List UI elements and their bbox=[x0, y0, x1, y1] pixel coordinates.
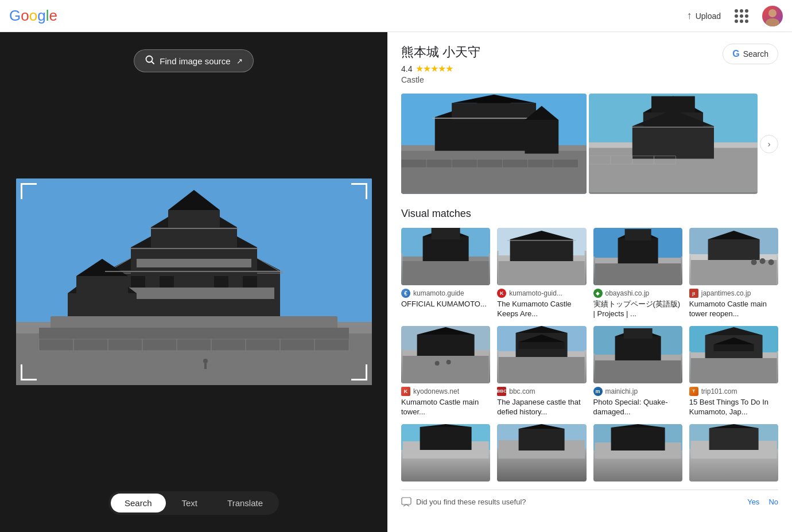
match-title-2: The Kumamoto Castle Keeps Are... bbox=[497, 300, 586, 319]
match-card-7[interactable]: m mainichi.jp Photo Special: Quake-damag… bbox=[593, 326, 682, 417]
match-image-4 bbox=[689, 228, 778, 285]
match-image-8 bbox=[689, 326, 778, 383]
svg-rect-37 bbox=[160, 276, 174, 288]
crop-bracket-tr bbox=[351, 183, 367, 199]
site-favicon-7: m bbox=[593, 387, 603, 396]
feedback-text: Did you find these results useful? bbox=[401, 497, 526, 507]
svg-point-1 bbox=[766, 18, 779, 26]
svg-point-0 bbox=[768, 9, 777, 17]
svg-line-3 bbox=[152, 61, 154, 64]
match-image-5 bbox=[401, 326, 490, 383]
tab-search[interactable]: Search bbox=[111, 494, 166, 512]
match-image-7 bbox=[593, 326, 682, 383]
svg-rect-16 bbox=[114, 288, 274, 299]
svg-rect-53 bbox=[477, 159, 502, 168]
svg-rect-76 bbox=[432, 228, 460, 239]
match-title-6: The Japanese castle that defied history.… bbox=[497, 398, 586, 417]
google-logo: Google bbox=[9, 7, 57, 25]
svg-rect-49 bbox=[401, 151, 587, 193]
svg-rect-136 bbox=[611, 428, 665, 451]
header-actions: ↑ Upload bbox=[687, 5, 783, 28]
match-card-10[interactable] bbox=[497, 424, 586, 485]
site-favicon-2: K bbox=[497, 289, 506, 298]
site-favicon-4: jt bbox=[689, 289, 698, 298]
site-favicon-5: K bbox=[401, 387, 410, 396]
right-panel: 熊本城 小天守 4.4 ★★★★★ Castle G Search bbox=[387, 32, 792, 532]
search-google-button[interactable]: G Search bbox=[723, 44, 778, 64]
match-card-3[interactable]: ◆ obayashi.co.jp 実績トップページ(英語版) | Project… bbox=[593, 228, 682, 319]
tab-text[interactable]: Text bbox=[168, 494, 212, 512]
place-name: 熊本城 小天守 bbox=[401, 44, 480, 61]
match-card-4[interactable]: jt japantimes.co.jp Kumamoto Castle main… bbox=[689, 228, 778, 319]
match-image-10 bbox=[497, 424, 586, 481]
feedback-no-button[interactable]: No bbox=[768, 498, 778, 506]
site-name-3: obayashi.co.jp bbox=[605, 289, 650, 297]
svg-rect-14 bbox=[168, 210, 220, 230]
grid-icon bbox=[735, 9, 748, 23]
match-image-6 bbox=[497, 326, 586, 383]
avatar[interactable] bbox=[762, 6, 783, 26]
svg-rect-142 bbox=[402, 498, 411, 504]
site-name-5: kyodonews.net bbox=[413, 387, 459, 395]
match-card-1[interactable]: € kumamoto.guide OFFICIAL KUMAMOTO... bbox=[401, 228, 490, 319]
match-card-5[interactable]: K kyodonews.net Kumamoto Castle main tow… bbox=[401, 326, 490, 417]
find-image-source-button[interactable]: Find image source ↗ bbox=[134, 49, 253, 72]
feedback-yes-button[interactable]: Yes bbox=[747, 498, 759, 506]
match-card-2[interactable]: K kumamoto-guid... The Kumamoto Castle K… bbox=[497, 228, 586, 319]
svg-rect-50 bbox=[401, 159, 426, 168]
place-image-2[interactable] bbox=[589, 94, 758, 194]
rating-number: 4.4 bbox=[401, 64, 412, 73]
place-image-1[interactable] bbox=[401, 94, 587, 194]
site-favicon-6: BBC bbox=[497, 387, 506, 396]
site-row-4: jt japantimes.co.jp bbox=[689, 289, 778, 298]
match-image-11 bbox=[593, 424, 682, 481]
site-name-4: japantimes.co.jp bbox=[701, 289, 751, 297]
site-row-8: T trip101.com bbox=[689, 387, 778, 396]
svg-rect-83 bbox=[499, 261, 585, 285]
visual-matches-title: Visual matches bbox=[401, 208, 778, 220]
match-card-8[interactable]: T trip101.com 15 Best Things To Do In Ku… bbox=[689, 326, 778, 417]
feedback-actions: Yes No bbox=[747, 498, 778, 506]
svg-rect-118 bbox=[595, 360, 681, 383]
site-favicon-1: € bbox=[401, 289, 410, 298]
match-card-9[interactable] bbox=[401, 424, 490, 485]
match-card-11[interactable] bbox=[593, 424, 682, 485]
external-link-icon: ↗ bbox=[236, 57, 243, 65]
image-scroll-right[interactable]: › bbox=[760, 94, 778, 194]
svg-rect-65 bbox=[632, 126, 714, 159]
match-card-12[interactable] bbox=[689, 424, 778, 485]
svg-rect-55 bbox=[527, 159, 553, 168]
match-title-1: OFFICIAL KUMAMOTO... bbox=[401, 300, 490, 309]
svg-rect-52 bbox=[452, 159, 477, 168]
match-title-3: 実績トップページ(英語版) | Projects | ... bbox=[593, 300, 682, 319]
svg-rect-103 bbox=[403, 356, 489, 383]
svg-point-98 bbox=[768, 259, 774, 265]
upload-button[interactable]: ↑ Upload bbox=[687, 10, 721, 22]
grid-apps-button[interactable] bbox=[730, 5, 753, 28]
match-title-8: 15 Best Things To Do In Kumamoto, Jap... bbox=[689, 398, 778, 417]
svg-point-97 bbox=[759, 258, 765, 264]
svg-rect-41 bbox=[204, 363, 207, 369]
match-card-6[interactable]: BBC bbc.com The Japanese castle that def… bbox=[497, 326, 586, 417]
svg-rect-57 bbox=[525, 120, 558, 154]
svg-rect-36 bbox=[131, 276, 145, 288]
site-name-8: trip101.com bbox=[701, 387, 737, 395]
site-row-2: K kumamoto-guid... bbox=[497, 289, 586, 298]
google-g-icon: G bbox=[732, 49, 739, 59]
header: Google ↑ Upload bbox=[0, 0, 792, 32]
svg-rect-90 bbox=[595, 263, 681, 285]
svg-rect-123 bbox=[690, 358, 777, 383]
feedback-icon bbox=[401, 497, 411, 507]
site-row-6: BBC bbc.com bbox=[497, 387, 586, 396]
place-type: Castle bbox=[401, 75, 480, 84]
site-name-7: mainichi.jp bbox=[605, 387, 638, 395]
svg-rect-12 bbox=[151, 227, 237, 253]
uploaded-image-container bbox=[16, 84, 372, 480]
match-image-3 bbox=[593, 228, 682, 285]
match-image-1 bbox=[401, 228, 490, 285]
site-row-1: € kumamoto.guide bbox=[401, 289, 490, 298]
site-row-5: K kyodonews.net bbox=[401, 387, 490, 396]
svg-point-104 bbox=[435, 361, 440, 366]
tab-translate[interactable]: Translate bbox=[213, 494, 277, 512]
match-title-7: Photo Special: Quake-damaged... bbox=[593, 398, 682, 417]
